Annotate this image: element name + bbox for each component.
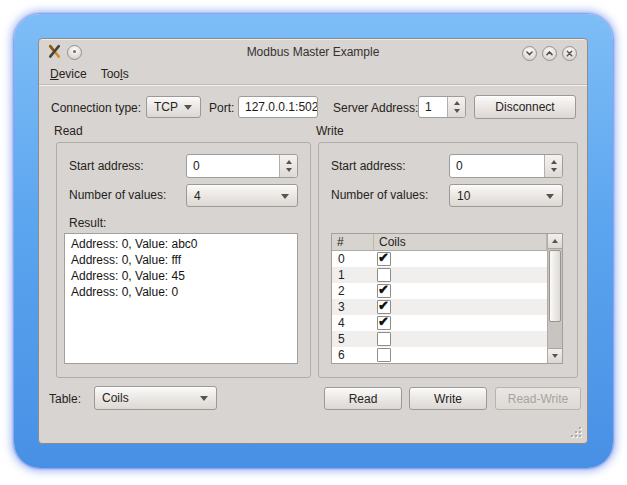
coil-checkbox[interactable] — [377, 300, 391, 314]
row-index: 3 — [332, 300, 374, 314]
spinner-buttons[interactable] — [279, 155, 297, 177]
scroll-up-button[interactable] — [548, 234, 562, 249]
disconnect-button[interactable]: Disconnect — [474, 95, 576, 119]
spin-down-icon — [454, 109, 460, 113]
menu-tools[interactable]: Tools — [96, 64, 138, 83]
result-line: Address: 0, Value: abc0 — [71, 236, 291, 252]
read-group-title: Read — [54, 124, 83, 138]
write-start-address-spinbox[interactable]: 0 — [449, 154, 563, 178]
connection-type-label: Connection type: — [51, 97, 141, 119]
window-controls — [522, 46, 577, 61]
spinner-buttons[interactable] — [447, 97, 465, 117]
read-count-label: Number of values: — [69, 184, 166, 206]
spin-up-icon — [551, 160, 557, 164]
row-index: 2 — [332, 284, 374, 298]
result-line: Address: 0, Value: 0 — [71, 284, 291, 300]
chevron-up-icon — [544, 48, 555, 59]
port-input[interactable] — [238, 96, 318, 118]
column-header-index[interactable]: # — [332, 234, 374, 250]
table-type-label: Table: — [49, 388, 81, 410]
read-start-address-label: Start address: — [69, 155, 144, 177]
close-icon — [564, 48, 575, 59]
read-result-list[interactable]: Address: 0, Value: abc0Address: 0, Value… — [64, 233, 298, 364]
menubar-separator — [39, 84, 587, 86]
coil-checkbox[interactable] — [377, 332, 391, 346]
close-button[interactable] — [562, 46, 577, 61]
column-header-coils[interactable]: Coils — [374, 234, 547, 250]
connection-type-combo[interactable]: TCP — [146, 96, 201, 118]
result-line: Address: 0, Value: 45 — [71, 268, 291, 284]
coil-checkbox[interactable] — [377, 268, 391, 282]
table-row[interactable]: 6 — [332, 347, 547, 363]
chevron-down-icon — [546, 194, 554, 199]
table-row[interactable]: 4 — [332, 315, 547, 331]
write-start-address-label: Start address: — [331, 155, 406, 177]
server-address-label: Server Address: — [333, 97, 418, 119]
table-row[interactable]: 1 — [332, 267, 547, 283]
coil-checkbox[interactable] — [377, 316, 391, 330]
table-row[interactable]: 3 — [332, 299, 547, 315]
coils-table-body[interactable]: 01234567 — [332, 251, 547, 363]
chevron-down-icon — [184, 105, 192, 110]
table-row[interactable]: 5 — [332, 331, 547, 347]
write-group-title: Write — [316, 124, 344, 138]
coil-checkbox[interactable] — [377, 348, 391, 362]
coil-checkbox[interactable] — [377, 252, 391, 266]
write-count-label: Number of values: — [331, 184, 428, 206]
modbus-master-window: Modbus Master Example — [38, 38, 588, 444]
table-row[interactable]: 2 — [332, 283, 547, 299]
write-button[interactable]: Write — [409, 387, 487, 410]
read-write-button: Read-Write — [495, 387, 581, 410]
result-line: Address: 0, Value: fff — [71, 252, 291, 268]
server-address-spinbox[interactable]: 1 — [418, 96, 466, 118]
row-index: 0 — [332, 252, 374, 266]
minimize-button[interactable] — [522, 46, 537, 61]
menu-device[interactable]: Device — [45, 64, 96, 83]
scroll-down-icon — [552, 354, 558, 358]
table-scrollbar[interactable] — [547, 234, 562, 363]
resize-grip[interactable] — [570, 426, 583, 439]
chevron-down-icon — [524, 48, 535, 59]
row-index: 6 — [332, 348, 374, 362]
scrollbar-thumb[interactable] — [549, 250, 561, 322]
scroll-down-button[interactable] — [548, 348, 562, 363]
read-count-combo[interactable]: 4 — [186, 184, 298, 207]
spin-up-icon — [454, 101, 460, 105]
read-button[interactable]: Read — [324, 387, 402, 410]
result-label: Result: — [69, 212, 106, 234]
row-index: 5 — [332, 332, 374, 346]
row-index: 1 — [332, 268, 374, 282]
row-index: 4 — [332, 316, 374, 330]
coils-table-header[interactable]: # Coils — [332, 234, 547, 251]
titlebar[interactable]: Modbus Master Example — [39, 39, 587, 65]
spin-down-icon — [551, 168, 557, 172]
read-start-address-spinbox[interactable]: 0 — [186, 154, 298, 178]
spin-up-icon — [286, 160, 292, 164]
chevron-down-icon — [281, 194, 289, 199]
port-label: Port: — [209, 97, 234, 119]
scroll-up-icon — [552, 239, 558, 243]
spin-down-icon — [286, 168, 292, 172]
table-row[interactable]: 0 — [332, 251, 547, 267]
chevron-down-icon — [200, 396, 208, 401]
desktop-stage: Modbus Master Example — [0, 0, 627, 485]
coils-table: # Coils 01234567 — [331, 233, 563, 364]
maximize-button[interactable] — [542, 46, 557, 61]
spinner-buttons[interactable] — [544, 155, 562, 177]
table-type-combo[interactable]: Coils — [94, 386, 217, 410]
menubar: Device Tools — [39, 64, 138, 83]
write-count-combo[interactable]: 10 — [449, 184, 563, 207]
window-title: Modbus Master Example — [39, 39, 587, 65]
coil-checkbox[interactable] — [377, 284, 391, 298]
